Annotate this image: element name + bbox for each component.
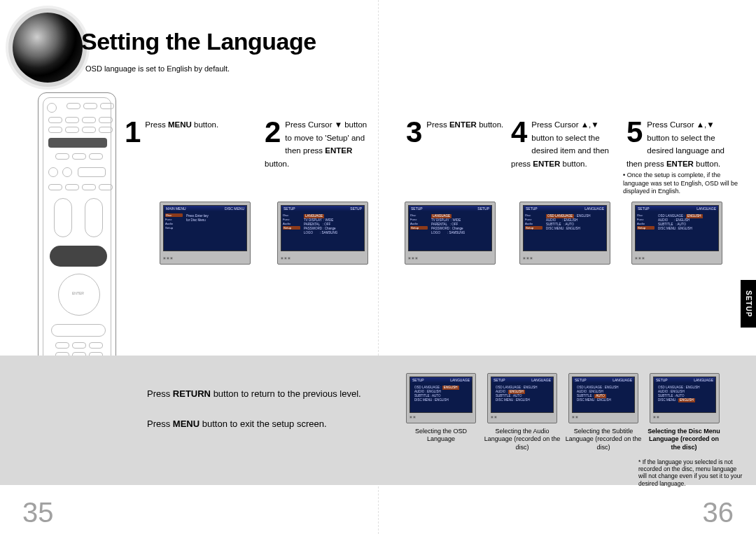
step-4: 4 Press Cursor ▲,▼ button to select the … <box>511 118 616 169</box>
page-subtitle: OSD language is set to English by defaul… <box>85 64 230 73</box>
step-number: 5 <box>626 118 643 147</box>
step-number: 3 <box>406 118 422 147</box>
completion-note: Once the setup is complete, if the langu… <box>623 171 742 196</box>
screenshot-step5: SETUPLANGUAGE DiscFuncAudioSetup OSD LAN… <box>631 202 722 265</box>
screenshot-step4: SETUPLANGUAGE DiscFuncAudioSetup OSD LAN… <box>519 202 610 265</box>
screenshot-step2: SETUPSETUP DiscFuncAudioSetup LANGUAGETV… <box>277 202 368 265</box>
page-number-right: 36 <box>703 497 734 528</box>
step-3: 3 Press ENTER button. <box>406 118 504 147</box>
section-tab: SETUP <box>741 280 756 328</box>
step-2: 2 Press Cursor ▼ button to move to 'Setu… <box>265 118 370 169</box>
caption-sel-discmenu: Selecting the Disc Menu Language (record… <box>645 428 722 451</box>
return-instruction: Press RETURN button to return to the pre… <box>147 388 361 399</box>
screenshot-sel-osd: SETUPLANGUAGE OSD LANGUAGE : ENGLISHAUDI… <box>406 373 476 423</box>
step-text: Press ENTER button. <box>426 120 503 129</box>
step-number: 1 <box>125 118 141 147</box>
step-5: 5 Press Cursor ▲,▼ button to select the … <box>626 118 738 169</box>
caption-sel-osd: Selecting the OSD Language <box>402 428 479 444</box>
step-number: 2 <box>265 118 281 147</box>
screenshot-step1: MAIN MENUDISC MENU DiscFuncAudioSetup Pr… <box>160 202 251 265</box>
menu-instruction: Press MENU button to exit the setup scre… <box>147 419 327 429</box>
step-number: 4 <box>511 118 527 147</box>
step-text: Press MENU button. <box>145 120 218 129</box>
screenshot-sel-discmenu: SETUPLANGUAGE OSD LANGUAGE : ENGLISHAUDI… <box>650 373 720 423</box>
disclaimer-note: If the language you selected is not reco… <box>638 458 743 487</box>
screenshot-sel-subtitle: SETUPLANGUAGE OSD LANGUAGE : ENGLISHAUDI… <box>568 373 638 423</box>
remote-illustration <box>38 92 116 386</box>
page-title: Setting the Language <box>81 28 316 55</box>
page-number-left: 35 <box>22 497 54 528</box>
screenshot-step3: SETUPSETUP DiscFuncAudioSetup LANGUAGETV… <box>405 202 496 265</box>
step-1: 1 Press MENU button. <box>125 118 223 147</box>
speaker-icon <box>13 13 83 83</box>
screenshot-sel-audio: SETUPLANGUAGE OSD LANGUAGE : ENGLISHAUDI… <box>487 373 557 423</box>
caption-sel-subtitle: Selecting the Subtitle Language (recorde… <box>565 428 642 451</box>
caption-sel-audio: Selecting the Audio Language (recorded o… <box>484 428 561 451</box>
